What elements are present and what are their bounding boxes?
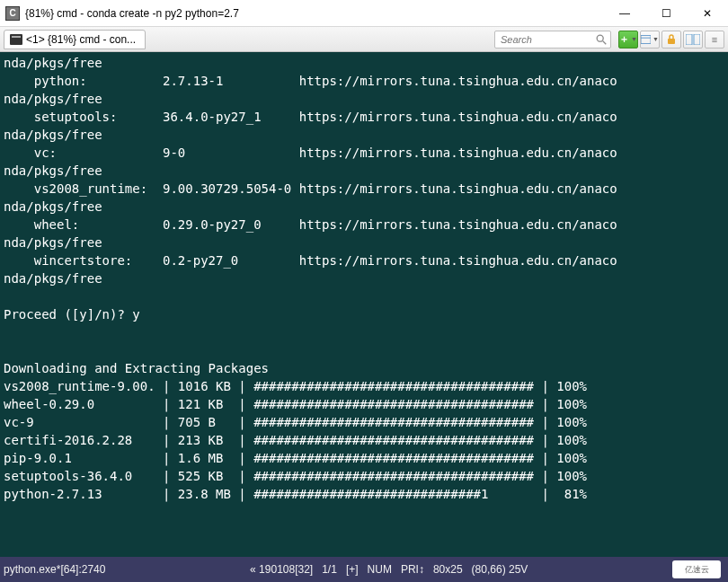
download-progress-line: wheel-0.29.0 | 121 KB | ################… xyxy=(4,395,724,413)
package-path-line: nda/pkgs/free xyxy=(4,90,724,108)
status-num: NUM xyxy=(368,563,392,576)
package-path-line: nda/pkgs/free xyxy=(4,269,724,287)
window-title: {81%} cmd - conda create -n py2 python=2… xyxy=(25,7,604,20)
svg-rect-6 xyxy=(694,34,700,45)
window-titlebar: C {81%} cmd - conda create -n py2 python… xyxy=(0,0,728,27)
svg-rect-5 xyxy=(686,34,692,45)
package-line: python: 2.7.13-1 https://mirrors.tuna.ts… xyxy=(4,72,724,90)
app-icon: C xyxy=(5,6,20,21)
menu-button[interactable]: ≡ xyxy=(705,31,724,48)
download-progress-line: pip-9.0.1 | 1.6 MB | ###################… xyxy=(4,449,724,467)
package-path-line: nda/pkgs/free xyxy=(4,126,724,144)
download-progress-line: python-2.7.13 | 23.8 MB | ##############… xyxy=(4,485,724,503)
status-encoding: « 190108[32] xyxy=(250,563,313,576)
download-progress-line: certifi-2016.2.28 | 213 KB | ###########… xyxy=(4,431,724,449)
status-size: 80x25 xyxy=(433,563,463,576)
tab-label: <1> {81%} cmd - con... xyxy=(26,33,136,46)
window-list-button[interactable]: ▼ xyxy=(640,31,660,48)
search-wrap xyxy=(494,31,611,48)
minimize-button[interactable]: — xyxy=(604,0,645,26)
status-process: python.exe*[64]:2740 xyxy=(4,563,105,576)
search-icon[interactable] xyxy=(595,33,608,46)
package-path-line: nda/pkgs/free xyxy=(4,54,724,72)
svg-point-0 xyxy=(597,35,603,41)
package-line: vs2008_runtime: 9.00.30729.5054-0 https:… xyxy=(4,180,724,198)
status-pos: 1/1 xyxy=(322,563,337,576)
proceed-prompt: Proceed ([y]/n)? y xyxy=(4,305,724,323)
maximize-button[interactable]: ☐ xyxy=(645,0,687,26)
download-progress-line: vc-9 | 705 B | #########################… xyxy=(4,413,724,431)
package-line: wheel: 0.29.0-py27_0 https://mirrors.tun… xyxy=(4,216,724,234)
watermark-logo: 亿速云 xyxy=(672,560,721,578)
status-pri: PRI↕ xyxy=(401,563,424,576)
svg-rect-4 xyxy=(668,39,675,44)
console-tab[interactable]: <1> {81%} cmd - con... xyxy=(4,30,146,49)
close-button[interactable]: ✕ xyxy=(687,0,728,26)
download-progress-line: vs2008_runtime-9.00. | 1016 KB | #######… xyxy=(4,377,724,395)
status-plus: [+] xyxy=(346,563,359,576)
download-header: Downloading and Extracting Packages xyxy=(4,359,724,377)
package-line: setuptools: 36.4.0-py27_1 https://mirror… xyxy=(4,108,724,126)
package-path-line: nda/pkgs/free xyxy=(4,234,724,251)
terminal-output[interactable]: nda/pkgs/free python: 2.7.13-1 https://m… xyxy=(0,52,728,557)
package-line: wincertstore: 0.2-py27_0 https://mirrors… xyxy=(4,251,724,269)
svg-line-1 xyxy=(603,40,607,44)
status-cursor: (80,66) 25V xyxy=(472,563,528,576)
console-icon xyxy=(10,34,22,45)
chevron-down-icon: ▼ xyxy=(653,36,659,42)
lock-button[interactable] xyxy=(661,31,681,48)
search-input[interactable] xyxy=(494,31,611,48)
svg-rect-2 xyxy=(641,35,651,43)
chevron-down-icon: ▼ xyxy=(631,36,637,42)
package-path-line: nda/pkgs/free xyxy=(4,162,724,180)
new-console-button[interactable]: ＋▼ xyxy=(618,31,638,48)
toolbar: <1> {81%} cmd - con... ＋▼ ▼ ≡ xyxy=(0,27,728,52)
split-view-button[interactable] xyxy=(683,31,703,48)
statusbar: python.exe*[64]:2740 « 190108[32] 1/1 [+… xyxy=(0,557,728,582)
package-path-line: nda/pkgs/free xyxy=(4,198,724,216)
download-progress-line: setuptools-36.4.0 | 525 KB | ###########… xyxy=(4,467,724,485)
package-line: vc: 9-0 https://mirrors.tuna.tsinghua.ed… xyxy=(4,144,724,162)
